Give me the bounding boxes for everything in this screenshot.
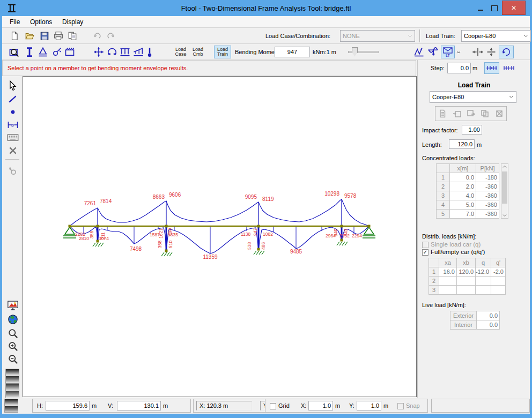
linear-load-icon[interactable] <box>132 47 144 57</box>
conc-p-cell[interactable]: -360 <box>476 209 499 219</box>
envelope-button[interactable]: LT <box>441 46 455 58</box>
temperature-icon[interactable] <box>146 47 153 57</box>
h-field[interactable]: 159.6 <box>46 401 90 410</box>
full-empty-checkbox[interactable]: ✓ <box>422 249 428 256</box>
menu-file[interactable]: File <box>10 16 20 28</box>
dist-xa-cell[interactable] <box>439 276 457 286</box>
train-step-icon <box>486 65 498 71</box>
load-train-panel: Load Train Cooper-E80 Impact factor: 1.0… <box>417 76 530 414</box>
menu-display[interactable]: Display <box>62 16 83 28</box>
svg-text:1138: 1138 <box>241 232 251 237</box>
expand-vertical-icon[interactable] <box>486 47 497 57</box>
dist-q-cell[interactable] <box>475 285 491 295</box>
frame-tool-icon[interactable] <box>64 47 75 57</box>
keyboard-icon[interactable] <box>7 133 19 141</box>
moment-load-icon[interactable] <box>106 47 118 57</box>
toolbar-divider <box>5 159 19 160</box>
dist-q-cell[interactable]: -12.0 <box>475 267 491 277</box>
select-cursor-icon[interactable] <box>8 80 18 91</box>
scrollbar-thumb[interactable] <box>502 171 507 204</box>
dist-qp-cell[interactable]: -2.0 <box>491 267 506 277</box>
conc-p-cell[interactable]: -360 <box>476 182 499 191</box>
hinge-icon[interactable] <box>51 47 62 57</box>
dist-xa-cell[interactable]: 16.0 <box>439 267 457 277</box>
nodal-load-icon[interactable] <box>93 47 104 57</box>
dist-xb-cell[interactable] <box>456 276 476 286</box>
new-file-icon[interactable] <box>10 31 19 41</box>
conc-x-cell[interactable]: 5.0 <box>449 200 476 210</box>
dist-q-cell[interactable] <box>475 276 491 286</box>
row-number: 2 <box>428 276 439 286</box>
train-select-combo[interactable]: Cooper-E80 <box>430 91 516 103</box>
envelope-dropdown-button[interactable] <box>455 48 462 56</box>
dist-qp-cell[interactable] <box>491 285 506 295</box>
load-case-button[interactable]: LoadCase <box>173 46 189 58</box>
member-line-icon[interactable] <box>8 94 18 104</box>
zoom-window-icon[interactable] <box>8 328 18 339</box>
step-field[interactable]: 0.0 <box>447 63 471 73</box>
svg-text:7498: 7498 <box>130 246 142 252</box>
load-cmb-button[interactable]: LoadCmb <box>190 46 206 58</box>
grid-y-field[interactable]: 1.0 <box>357 401 381 410</box>
dist-xa-cell[interactable] <box>439 285 457 295</box>
dist-xb-cell[interactable] <box>456 285 476 295</box>
conc-x-cell[interactable]: 7.0 <box>449 209 476 219</box>
grid-x-unit: m <box>335 399 340 412</box>
zoom-out-icon[interactable] <box>8 354 18 364</box>
h-unit: m <box>92 399 97 412</box>
load-train-button[interactable]: LoadTrain <box>214 46 231 58</box>
load-train-combo[interactable]: Cooper-E80 <box>461 30 531 42</box>
insert-hinge-icon <box>8 166 18 176</box>
single-car-checkbox <box>422 242 428 248</box>
support-icon[interactable] <box>38 47 48 57</box>
grid-checkbox[interactable] <box>270 403 276 409</box>
impact-factor-label: Impact factor: <box>422 125 458 135</box>
bridge-envelope-diagram[interactable]: 7261781486639606909581191029895787498113… <box>23 76 417 397</box>
step-mode-axle-button[interactable] <box>501 62 516 74</box>
conc-x-cell[interactable]: 4.0 <box>449 191 476 200</box>
menu-options[interactable]: Options <box>30 16 52 28</box>
close-button[interactable]: ✕ <box>502 1 526 15</box>
zoom-frame-icon[interactable] <box>9 47 20 57</box>
rotate-view-button[interactable] <box>499 46 514 58</box>
dist-qp-cell[interactable] <box>491 276 506 286</box>
zoom-in-icon[interactable] <box>8 341 18 352</box>
status-message: Select a point on a member to get bendin… <box>8 61 188 76</box>
print-icon[interactable] <box>54 31 63 41</box>
maximize-button[interactable] <box>488 1 501 15</box>
influence-line-icon[interactable] <box>427 47 438 57</box>
zoom-scale-strip-bottom <box>4 399 18 413</box>
scale-slider-thumb[interactable] <box>352 47 358 56</box>
scroll-down-icon[interactable] <box>503 214 507 217</box>
node-point-icon[interactable] <box>8 107 18 117</box>
conc-table-scrollbar[interactable] <box>501 163 508 219</box>
dist-xb-cell[interactable]: 120.0 <box>456 267 476 277</box>
grid-x-field[interactable]: 1.0 <box>308 401 333 410</box>
save-train-icon <box>453 109 461 118</box>
v-field[interactable]: 130.1 <box>117 401 161 410</box>
chevron-down-icon <box>523 34 528 38</box>
conc-x-cell[interactable]: 2.0 <box>449 182 476 191</box>
fit-world-icon[interactable] <box>8 314 18 325</box>
conc-x-cell[interactable]: 0.0 <box>449 173 476 182</box>
uniform-load-icon[interactable] <box>119 47 131 57</box>
live-exterior-value: 0.0 <box>476 311 500 320</box>
copy-icon[interactable] <box>68 31 77 41</box>
app-window: { "window": { "title": "Ftool - Two-Dime… <box>0 0 532 418</box>
minimize-button[interactable] <box>474 1 487 15</box>
expand-horizontal-icon[interactable] <box>472 47 484 57</box>
scroll-up-icon[interactable] <box>503 165 507 168</box>
save-icon[interactable] <box>40 31 49 41</box>
open-file-icon[interactable] <box>25 31 34 41</box>
step-mode-train-button[interactable] <box>484 62 499 74</box>
length-field[interactable]: 120.0 <box>449 139 475 149</box>
conc-p-cell[interactable]: -360 <box>476 200 499 210</box>
delete-icon[interactable] <box>8 146 18 155</box>
bending-moment-value-field[interactable]: 947 <box>275 47 310 57</box>
conc-p-cell[interactable]: -180 <box>476 173 499 182</box>
section-ibeam-icon[interactable] <box>25 47 34 57</box>
dimension-icon[interactable] <box>7 120 19 130</box>
conc-p-cell[interactable]: -360 <box>476 191 499 200</box>
result-zigzag-icon[interactable] <box>414 47 425 57</box>
display-options-icon[interactable] <box>7 300 19 311</box>
